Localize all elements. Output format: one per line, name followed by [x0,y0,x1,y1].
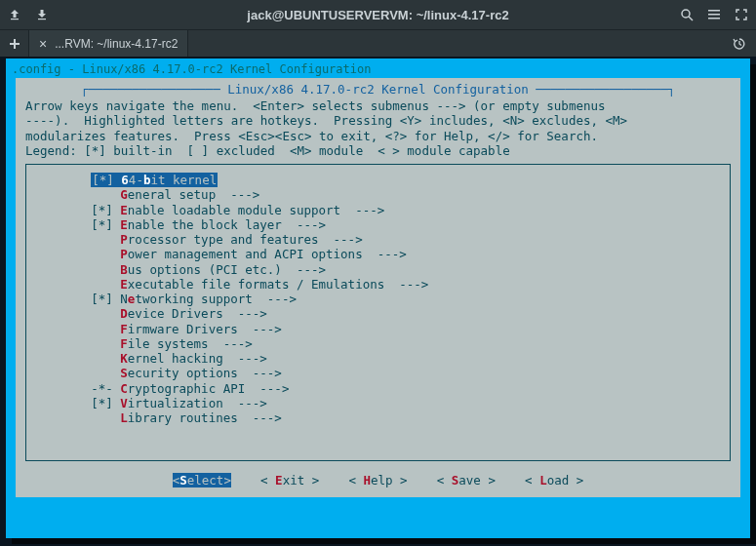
terminal-window: jack@UBUNTUSERVERVM: ~/linux-4.17-rc2 × … [0,0,756,546]
menu-item[interactable]: Firmware Drivers ---> [32,322,724,336]
svg-rect-0 [11,19,19,20]
menu-item[interactable]: Security options ---> [32,366,724,380]
tab-bar: × ...RVM: ~/linux-4.17-rc2 [0,29,756,57]
menu-item[interactable]: [*] Enable loadable module support ---> [32,203,724,217]
close-icon[interactable]: × [39,36,47,52]
menu-item[interactable]: File systems ---> [32,336,724,351]
svg-line-3 [689,17,693,20]
svg-rect-6 [708,18,720,20]
tab-label: ...RVM: ~/linux-4.17-rc2 [55,37,178,51]
menu-item[interactable]: General setup ---> [32,187,724,202]
history-icon[interactable] [723,30,756,57]
menu-item[interactable]: Device Drivers ---> [32,306,724,321]
svg-rect-1 [38,19,46,20]
menu-item[interactable]: Bus options (PCI etc.) ---> [32,262,724,277]
menu-item[interactable]: Kernel hacking ---> [32,351,724,366]
window-title: jack@UBUNTUSERVERVM: ~/linux-4.17-rc2 [86,8,670,22]
menu-item[interactable]: Executable file formats / Emulations ---… [32,277,724,292]
svg-rect-5 [708,14,720,16]
exit-button[interactable]: < Exit > [260,473,319,488]
button-row: <Select> < Exit > < Help > < Save > < Lo… [23,473,733,488]
select-button[interactable]: <Select> [173,473,231,488]
save-button[interactable]: < Save > [437,473,496,488]
tab-terminal[interactable]: × ...RVM: ~/linux-4.17-rc2 [29,30,188,57]
upload-icon[interactable] [8,8,21,21]
load-button[interactable]: < Load > [525,473,583,488]
terminal-area[interactable]: .config - Linux/x86 4.17.0-rc2 Kernel Co… [0,57,756,546]
menu-item[interactable]: [*] 64-bit kernel [32,173,218,187]
hamburger-icon[interactable] [707,8,721,21]
config-path: .config - Linux/x86 4.17.0-rc2 Kernel Co… [10,62,746,76]
menu-item[interactable]: [*] Networking support ---> [32,292,724,306]
menu-item[interactable]: [*] Virtualization ---> [32,396,724,410]
menuconfig-dialog: ┌────────────────── Linux/x86 4.17.0-rc2… [16,78,740,497]
menu-item[interactable]: [*] Enable the block layer ---> [32,217,724,232]
help-text: Arrow keys navigate the menu. <Enter> se… [23,98,733,162]
menu-item[interactable]: Library routines ---> [32,410,724,425]
fullscreen-icon[interactable] [735,8,748,21]
menuconfig-screen: .config - Linux/x86 4.17.0-rc2 Kernel Co… [6,58,750,538]
menu-item[interactable]: Processor type and features ---> [32,232,724,247]
search-icon[interactable] [680,8,694,21]
menu-item[interactable]: -*- Cryptographic API ---> [32,381,724,396]
new-tab-button[interactable] [0,30,29,57]
menu-item[interactable]: Power management and ACPI options ---> [32,247,724,261]
help-button[interactable]: < Help > [348,473,407,488]
dialog-title: ┌────────────────── Linux/x86 4.17.0-rc2… [23,82,733,97]
window-titlebar: jack@UBUNTUSERVERVM: ~/linux-4.17-rc2 [0,0,756,29]
svg-rect-8 [10,43,20,45]
menu-list: [*] 64-bit kernel General setup ---> [*]… [25,164,731,461]
svg-rect-4 [708,10,720,12]
svg-point-2 [682,10,690,18]
download-icon[interactable] [35,8,49,21]
